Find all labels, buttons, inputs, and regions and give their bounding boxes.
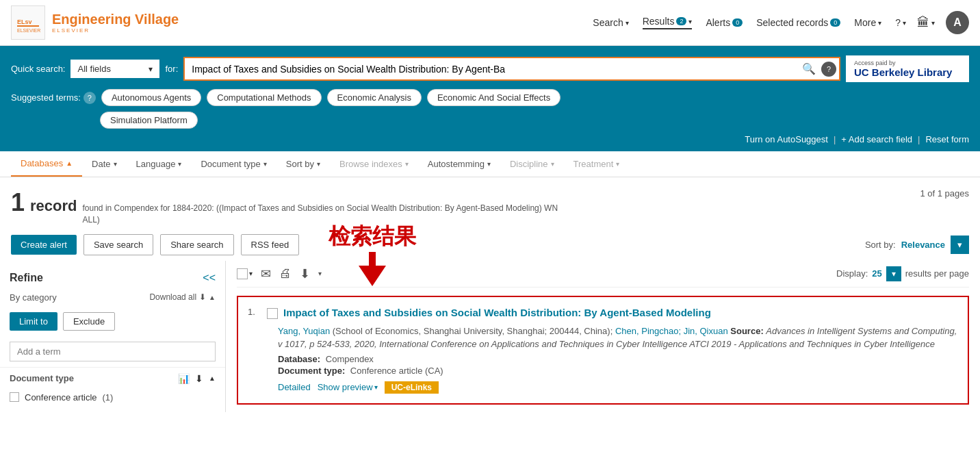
- doc-type-item-count: (1): [103, 392, 114, 403]
- search-input[interactable]: [185, 60, 797, 79]
- email-icon[interactable]: ✉: [261, 266, 271, 281]
- filter-databases-label: Databases: [21, 158, 63, 168]
- exclude-button[interactable]: Exclude: [63, 312, 115, 331]
- filter-autostem[interactable]: Autostemming ▾: [418, 152, 500, 176]
- search-help-button[interactable]: ?: [821, 62, 836, 77]
- download-all-area[interactable]: Download all ⬇ ▲: [149, 292, 216, 302]
- collapse-button[interactable]: <<: [203, 272, 216, 284]
- nav-item-results[interactable]: Results 2 ▾: [643, 16, 693, 29]
- record-count-area: 1 record found in Compendex for 1884-202…: [11, 188, 562, 226]
- filter-discipline: Discipline ▾: [500, 152, 564, 176]
- chevron-down-icon: ▾: [903, 19, 906, 27]
- suggested-terms-row: Suggested terms: ? Autonomous Agents Com…: [11, 89, 969, 106]
- doc-type-actions: 📊 ⬇ ▲: [178, 373, 216, 384]
- chevron-down-icon: ▾: [688, 18, 692, 25]
- doc-type-header: Document type 📊 ⬇ ▲: [0, 368, 225, 390]
- chevron-down-icon: ▾: [878, 19, 881, 27]
- quick-search-label: Quick search:: [11, 64, 65, 74]
- logo-text: Engineering Village ELSEVIER: [52, 12, 179, 34]
- search-submit-button[interactable]: 🔍: [797, 58, 821, 79]
- term-chip-3[interactable]: Economic And Social Effects: [427, 89, 560, 106]
- separator: |: [834, 134, 836, 144]
- sort-label: Sort by:: [865, 240, 896, 250]
- checkbox-all-wrap[interactable]: ▾: [237, 268, 253, 279]
- term-chip-1[interactable]: Computational Methods: [207, 89, 321, 106]
- chevron-up-icon[interactable]: ▲: [209, 374, 216, 382]
- filter-autostem-label: Autostemming: [428, 159, 485, 169]
- result-item: 1. Impact of Taxes and Subsidies on Soci…: [237, 296, 969, 405]
- svg-text:ELSEVIER: ELSEVIER: [17, 28, 40, 33]
- result-links-row: Detailed Show preview ▾ UC-eLinks: [248, 381, 958, 394]
- rss-feed-button[interactable]: RSS feed: [241, 234, 300, 255]
- filter-sortby[interactable]: Sort by ▾: [276, 152, 330, 176]
- filter-browse: Browse indexes ▾: [330, 152, 418, 176]
- nav-item-search[interactable]: Search ▾: [593, 17, 628, 28]
- display-dropdown-button[interactable]: ▾: [886, 266, 901, 281]
- result-checkbox[interactable]: [267, 308, 278, 319]
- print-icon[interactable]: 🖨: [279, 266, 292, 281]
- chevron-down-icon: ▾: [317, 160, 320, 168]
- suggested-label: Suggested terms: ?: [11, 92, 96, 104]
- term-chip-2[interactable]: Economic Analysis: [327, 89, 422, 106]
- add-term-wrap: [10, 342, 216, 361]
- filter-doctype[interactable]: Document type ▾: [191, 152, 276, 176]
- nav-alerts-label: Alerts: [706, 17, 730, 28]
- result-num: 1.: [248, 307, 261, 317]
- logo-subtitle: ELSEVIER: [52, 27, 179, 34]
- header-nav: Search ▾ Results 2 ▾ Alerts 0 Selected r…: [593, 16, 881, 29]
- doc-type-section: Document type 📊 ⬇ ▲ Conference article (…: [0, 367, 225, 405]
- chevron-up-icon: ▲: [209, 294, 216, 301]
- add-term-input[interactable]: [10, 342, 216, 361]
- field-select[interactable]: All fields ▾: [70, 60, 159, 78]
- term-chip-4[interactable]: Simulation Platform: [100, 112, 198, 129]
- filter-browse-label: Browse indexes: [339, 159, 402, 169]
- download-icon[interactable]: ⬇: [300, 266, 310, 281]
- share-search-button[interactable]: Share search: [160, 234, 233, 255]
- institution-button[interactable]: 🏛 ▾: [917, 16, 935, 30]
- save-search-button[interactable]: Save search: [83, 234, 153, 255]
- database-value: Compendex: [326, 354, 374, 364]
- detailed-link[interactable]: Detailed: [278, 382, 311, 392]
- nav-item-more[interactable]: More ▾: [854, 17, 881, 28]
- filter-discipline-label: Discipline: [510, 159, 548, 169]
- avatar-label: A: [953, 16, 962, 29]
- avatar[interactable]: A: [946, 11, 969, 34]
- show-preview-button[interactable]: Show preview ▾: [318, 382, 378, 392]
- help-button[interactable]: ? ▾: [895, 17, 906, 28]
- help-circle-icon[interactable]: ?: [83, 92, 96, 104]
- for-label: for:: [165, 64, 178, 74]
- filter-language[interactable]: Language ▾: [127, 152, 192, 176]
- checkbox-all[interactable]: [237, 268, 248, 279]
- create-alert-button[interactable]: Create alert: [11, 235, 77, 255]
- nav-item-selected[interactable]: Selected records 0: [756, 17, 840, 28]
- chevron-down-icon: ▾: [178, 160, 181, 168]
- search-bar: Quick search: All fields ▾ for: 🔍 ? Acce…: [11, 55, 969, 82]
- uc-elinks-button[interactable]: UC-eLinks: [385, 381, 439, 394]
- download-icon[interactable]: ⬇: [195, 373, 203, 384]
- filter-date[interactable]: Date ▾: [82, 152, 126, 176]
- filter-databases[interactable]: Databases ▲: [11, 151, 82, 177]
- sort-dropdown-button[interactable]: ▾: [951, 236, 969, 254]
- nav-selected-badge: 0: [830, 18, 840, 27]
- chevron-up-icon: ▲: [66, 160, 73, 167]
- autosuggest-link[interactable]: Turn on AutoSuggest: [745, 134, 828, 144]
- chevron-down-icon[interactable]: ▾: [318, 270, 322, 277]
- bulk-bar: ▾ ✉ 🖨 ⬇ ▾ Display: 25 ▾ results per page: [237, 261, 969, 288]
- term-chip-0[interactable]: Autonomous Agents: [101, 89, 201, 106]
- add-field-button[interactable]: + Add search field: [841, 134, 912, 144]
- display-label: Display:: [836, 268, 868, 279]
- sidebar: Refine << By category Download all ⬇ ▲ L…: [0, 261, 226, 412]
- results-header: 1 record found in Compendex for 1884-202…: [0, 177, 980, 229]
- result-affiliation: (School of Economics, Shanghai Universit…: [333, 326, 613, 336]
- nav-item-alerts[interactable]: Alerts 0: [706, 17, 743, 28]
- doc-type-checkbox[interactable]: [10, 392, 19, 402]
- result-title[interactable]: Impact of Taxes and Subsidies on Social …: [283, 307, 958, 318]
- sidebar-header: Refine <<: [0, 268, 225, 288]
- bar-chart-icon[interactable]: 📊: [178, 373, 190, 384]
- chevron-down-icon: ▾: [263, 160, 267, 168]
- chevron-down-icon[interactable]: ▾: [249, 270, 253, 277]
- limit-to-button[interactable]: Limit to: [10, 312, 57, 331]
- elsevier-logo-icon: ELsv ELSEVIER: [16, 10, 40, 35]
- reset-form-button[interactable]: Reset form: [925, 134, 969, 144]
- sidebar-title: Refine: [10, 272, 43, 284]
